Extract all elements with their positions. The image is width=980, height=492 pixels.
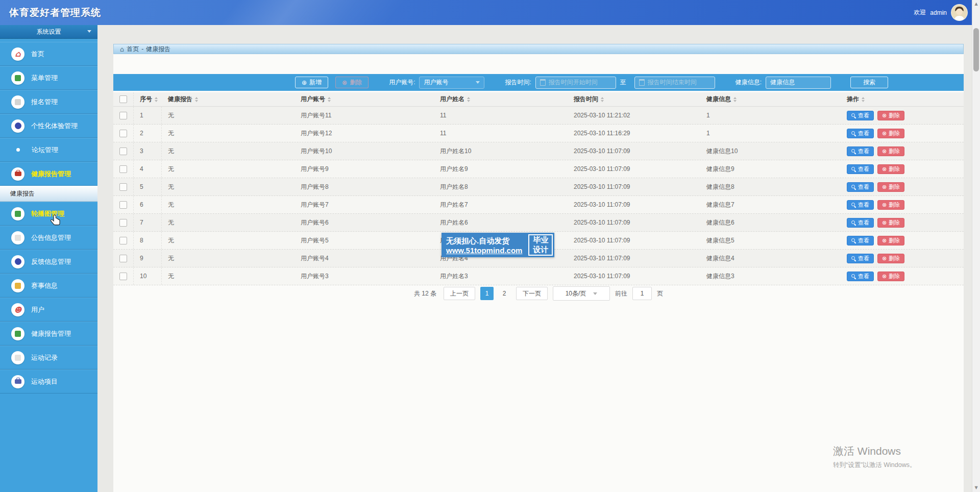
menu-icon [11,327,24,340]
breadcrumb-home[interactable]: 首页 [127,45,139,54]
sidebar-item-4[interactable]: 论坛管理 [0,138,97,162]
row-delete-button[interactable]: ⊗删除 [877,200,904,210]
cell-index: 7 [134,214,162,231]
scroll-up-icon[interactable]: ▲ [972,1,980,8]
page-button-2[interactable]: 2 [498,287,511,300]
date-range-separator: 至 [620,78,626,87]
sidebar-item-7[interactable]: 轮播图管理 [0,202,97,226]
sort-icon[interactable] [862,97,865,102]
sidebar-item-2[interactable]: 报名管理 [0,90,97,114]
search-icon [851,203,856,207]
account-select[interactable]: 用户账号 [419,77,484,89]
date-end-input[interactable]: 报告时间结束时间 [634,77,715,89]
view-button[interactable]: 查看 [847,200,874,210]
sidebar-subitem-health-report[interactable]: 健康报告 [0,186,97,202]
row-checkbox[interactable] [119,273,127,280]
cell-user-account: 用户账号6 [295,218,434,227]
sidebar-item-5[interactable]: 健康报告管理 [0,162,97,186]
column-header-1[interactable]: 健康报告 [162,95,295,104]
row-checkbox[interactable] [119,237,127,244]
cell-user-account: 用户账号10 [295,147,434,156]
column-header-5[interactable]: 健康信息 [700,95,841,104]
row-checkbox-cell [113,107,134,124]
column-header-6[interactable]: 操作 [841,95,964,104]
row-delete-button[interactable]: ⊗删除 [877,254,904,263]
date-start-input[interactable]: 报告时间开始时间 [535,77,616,89]
sidebar-item-12[interactable]: 健康报告管理 [0,322,97,346]
search-button[interactable]: 搜索 [850,77,888,88]
cross-circle-icon: ⊗ [882,184,887,190]
chevron-down-icon [593,292,597,295]
user-area[interactable]: 欢迎 admin [914,4,968,21]
row-delete-button[interactable]: ⊗删除 [877,111,904,120]
row-checkbox[interactable] [119,183,127,191]
view-button[interactable]: 查看 [847,146,874,156]
delete-button[interactable]: ⊗ 删除 [335,77,369,88]
row-checkbox[interactable] [119,147,127,155]
select-all-checkbox[interactable] [119,95,127,103]
view-button[interactable]: 查看 [847,182,874,192]
sort-icon[interactable] [733,97,737,102]
row-checkbox[interactable] [119,112,127,119]
next-page-button[interactable]: 下一页 [516,287,548,300]
page-scrollbar[interactable]: ▲ ▼ [972,0,980,492]
row-checkbox[interactable] [119,165,127,173]
sidebar-item-10[interactable]: 赛事信息 [0,274,97,298]
row-delete-button[interactable]: ⊗删除 [877,272,904,281]
cell-user-account: 用户账号5 [295,236,434,245]
row-checkbox-cell [113,232,134,249]
sort-icon[interactable] [601,97,604,102]
cell-user-account: 用户账号4 [295,254,434,263]
sidebar-item-8[interactable]: 公告信息管理 [0,226,97,250]
view-button[interactable]: 查看 [847,236,874,245]
sort-icon[interactable] [467,97,470,102]
view-button[interactable]: 查看 [847,218,874,228]
row-delete-button[interactable]: ⊗删除 [877,146,904,156]
scroll-down-icon[interactable]: ▼ [972,484,980,491]
sidebar-section-header[interactable]: 系统设置 [0,25,97,39]
view-button[interactable]: 查看 [847,111,874,120]
sort-icon[interactable] [155,97,158,102]
sidebar-item-9[interactable]: 反馈信息管理 [0,250,97,274]
scrollbar-thumb[interactable] [973,28,979,71]
sidebar-item-label: 运动记录 [31,353,58,362]
sidebar-item-1[interactable]: 菜单管理 [0,66,97,90]
page-size-select[interactable]: 10条/页 [553,286,610,301]
row-checkbox[interactable] [119,130,127,137]
column-header-3[interactable]: 用户姓名 [434,95,568,104]
row-checkbox[interactable] [119,201,127,209]
column-header-4[interactable]: 报告时间 [568,95,700,104]
goto-page-input[interactable]: 1 [632,287,652,300]
sidebar-item-3[interactable]: 个性化体验管理 [0,114,97,138]
row-checkbox[interactable] [119,255,127,262]
health-info-input[interactable]: 健康信息 [766,77,831,89]
page-button-1[interactable]: 1 [480,287,494,300]
view-button[interactable]: 查看 [847,129,874,138]
sidebar-item-14[interactable]: 运动项目 [0,370,97,393]
row-checkbox[interactable] [119,219,127,227]
cross-circle-icon: ⊗ [882,202,887,208]
sort-icon[interactable] [195,97,198,102]
row-delete-button[interactable]: ⊗删除 [877,236,904,245]
sidebar-item-13[interactable]: 运动记录 [0,346,97,370]
row-delete-button[interactable]: ⊗删除 [877,182,904,192]
breadcrumb: ⌂ 首页 - 健康报告 [113,44,964,54]
add-button[interactable]: ⊕ 新增 [295,77,328,88]
windows-activation-subtitle: 转到“设置”以激活 Windows。 [833,461,916,470]
prev-page-button[interactable]: 上一页 [444,287,475,300]
row-delete-button[interactable]: ⊗删除 [877,129,904,138]
column-header-2[interactable]: 用户账号 [295,95,434,104]
view-button[interactable]: 查看 [847,164,874,174]
view-button[interactable]: 查看 [847,254,874,263]
column-header-0[interactable]: 序号 [134,95,162,104]
sidebar-item-11[interactable]: 用户 [0,298,97,322]
sidebar-item-label: 健康报告管理 [31,169,71,179]
avatar-image [951,5,967,20]
sidebar-item-0[interactable]: 首页 [0,42,97,66]
row-delete-button[interactable]: ⊗删除 [877,164,904,174]
row-delete-button[interactable]: ⊗删除 [877,218,904,228]
sort-icon[interactable] [328,97,331,102]
view-button[interactable]: 查看 [847,272,874,281]
avatar[interactable] [951,4,968,21]
cell-index: 8 [134,232,162,249]
